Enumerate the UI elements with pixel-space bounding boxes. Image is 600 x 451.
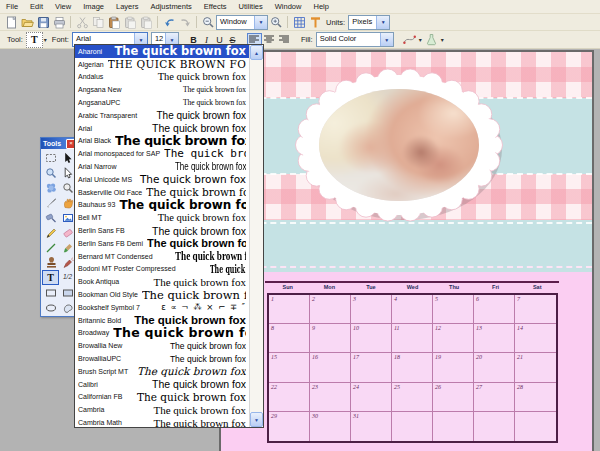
document-canvas[interactable]: SunMonTueWedThuFriSat 123456789101112131… [219, 50, 594, 451]
calendar-cell [433, 412, 474, 441]
chevron-down-icon[interactable]: ▾ [441, 36, 444, 43]
copy-button[interactable] [90, 15, 106, 29]
align-center-button[interactable] [262, 33, 277, 47]
save-button[interactable] [35, 15, 51, 29]
font-option-preview: The quick brown fox [132, 365, 246, 377]
font-option[interactable]: Arial Unicode MSThe quick brown fox [75, 173, 249, 186]
font-option-preview: The quick brown fox [106, 212, 246, 223]
font-option[interactable]: Berlin Sans FBThe quick brown fox [75, 224, 249, 237]
font-option[interactable]: Bookman Old StyleThe quick brown fox [75, 288, 249, 301]
stamp-tool-icon [45, 257, 57, 269]
menu-layers[interactable]: Layers [110, 2, 145, 11]
paste-button[interactable] [106, 15, 122, 29]
font-option-preview: The quick brown fox [129, 225, 246, 237]
font-option[interactable]: Bauhaus 93The quick brown fox [75, 199, 249, 212]
freehand-select-tool-button[interactable] [42, 180, 59, 195]
font-option[interactable]: Arabic TransparentThe quick brown fox [75, 109, 249, 122]
application-window: FileEditViewImageLayersAdjustmentsEffect… [0, 0, 600, 451]
align-right-button[interactable] [277, 33, 292, 47]
zoom-pan-tool-button[interactable] [42, 165, 59, 180]
font-option[interactable]: Brush Script MTThe quick brown fox [75, 365, 249, 378]
menu-edit[interactable]: Edit [24, 2, 49, 11]
zoom-out-button[interactable] [200, 15, 216, 29]
font-option[interactable]: Baskerville Old FaceThe quick brown fox [75, 186, 249, 199]
menu-bar: FileEditViewImageLayersAdjustmentsEffect… [0, 0, 600, 14]
tools-palette-titlebar[interactable]: Tools × [41, 138, 78, 149]
menu-help[interactable]: Help [307, 2, 334, 11]
scroll-down-icon[interactable]: ▼ [250, 412, 263, 427]
chevron-down-icon[interactable]: ▾ [44, 36, 47, 43]
chevron-down-icon[interactable]: ▾ [419, 36, 422, 43]
font-option[interactable]: BrowalliaUPCThe quick brown fox [75, 352, 249, 365]
undo-button[interactable] [161, 15, 177, 29]
font-option[interactable]: ArialThe quick brown fox [75, 122, 249, 135]
menu-utilities[interactable]: Utilities [233, 2, 269, 11]
fill-type-select[interactable]: Solid Color ▼ [316, 32, 394, 47]
rectangle-tool-button[interactable] [42, 285, 59, 300]
zoom-in-button[interactable] [268, 15, 284, 29]
open-button[interactable] [19, 15, 35, 29]
tsquare-button[interactable] [307, 15, 323, 29]
calendar-cell: 19 [433, 353, 474, 382]
scroll-up-icon[interactable]: ▲ [250, 45, 263, 60]
menu-image[interactable]: Image [77, 2, 110, 11]
font-option[interactable]: Browallia NewThe quick brown fox [75, 339, 249, 352]
font-option[interactable]: Britannic BoldThe quick brown fox [75, 314, 249, 327]
grid-button[interactable] [291, 15, 307, 29]
font-option[interactable]: Arial monospaced for SAPThe quick brown … [75, 147, 249, 160]
line-tool-button[interactable] [42, 240, 59, 255]
font-option[interactable]: Book AntiquaThe quick brown fox [75, 275, 249, 288]
fill-bucket-button[interactable] [424, 33, 440, 47]
menu-window[interactable]: Window [269, 2, 308, 11]
clone-tool-button[interactable] [42, 210, 59, 225]
font-option[interactable]: BroadwayThe quick brown fox [75, 327, 249, 340]
paste-special-button[interactable] [122, 15, 138, 29]
font-option[interactable]: AlgerianTHE QUICK BROWN FOX [75, 58, 249, 71]
redo-icon [179, 16, 192, 29]
font-option-name: Browallia New [78, 342, 122, 349]
scrollbar-track[interactable] [250, 60, 263, 412]
font-option[interactable]: Bell MTThe quick brown fox [75, 211, 249, 224]
font-option[interactable]: Bodoni MT Poster CompressedThe quick bro… [75, 263, 249, 276]
text-tool-button[interactable]: T [42, 270, 59, 285]
text-tool-icon: T [31, 35, 38, 45]
redo-button[interactable] [177, 15, 193, 29]
font-option[interactable]: AngsanaUPCThe quick brown fox [75, 96, 249, 109]
stamp-tool-button[interactable] [42, 255, 59, 270]
font-option[interactable]: Bernard MT CondensedThe quick brown fox [75, 250, 249, 263]
chevron-down-icon[interactable]: ▼ [254, 16, 267, 29]
font-option[interactable]: Bookshelf Symbol 7ε ∝ ¬ ⁂ × ⌐ ∓ ″ [75, 301, 249, 314]
calendar-cell: 27 [474, 383, 515, 412]
font-option[interactable]: Cambria MathThe quick brown fox [75, 416, 249, 427]
new-button[interactable] [3, 15, 19, 29]
menu-effects[interactable]: Effects [198, 2, 233, 11]
calendar-top-rule [265, 281, 559, 283]
font-option[interactable]: CambriaThe quick brown fox [75, 403, 249, 416]
font-option[interactable]: Arial BlackThe quick brown fox [75, 135, 249, 148]
font-option[interactable]: Californian FBThe quick brown fox [75, 391, 249, 404]
menu-adjustments[interactable]: Adjustments [145, 2, 198, 11]
rect-select-tool-button[interactable] [42, 150, 59, 165]
cut-button[interactable] [74, 15, 90, 29]
font-option-name: Arial Narrow [78, 163, 117, 170]
font-option[interactable]: AndalusThe quick brown fox [75, 71, 249, 84]
menu-view[interactable]: View [49, 2, 77, 11]
font-option[interactable]: CalibriThe quick brown fox [75, 378, 249, 391]
pencil-tool-button[interactable] [42, 225, 59, 240]
text-tool-button[interactable]: T [26, 32, 43, 48]
knife-tool-button[interactable] [42, 195, 59, 210]
font-option[interactable]: Arial NarrowThe quick brown fox [75, 160, 249, 173]
menu-file[interactable]: File [0, 2, 24, 11]
font-dropdown-scrollbar[interactable]: ▲ ▼ [249, 45, 263, 427]
font-option[interactable]: Berlin Sans FB DemiThe quick brown fox [75, 237, 249, 250]
units-select[interactable]: Pixels ▼ [348, 15, 390, 30]
zoom-view-select[interactable]: Window ▼ [216, 15, 268, 30]
chevron-down-icon[interactable]: ▼ [380, 33, 393, 46]
paste-as-new-layer-button[interactable] [138, 15, 154, 29]
chevron-down-icon[interactable]: ▼ [376, 16, 389, 29]
ellipse-tool-button[interactable] [42, 300, 59, 315]
font-option[interactable]: Angsana NewThe quick brown fox [75, 83, 249, 96]
line-style-button[interactable] [402, 33, 418, 47]
font-option[interactable]: AharoniThe quick brown fox [75, 45, 249, 58]
print-button[interactable] [51, 15, 67, 29]
